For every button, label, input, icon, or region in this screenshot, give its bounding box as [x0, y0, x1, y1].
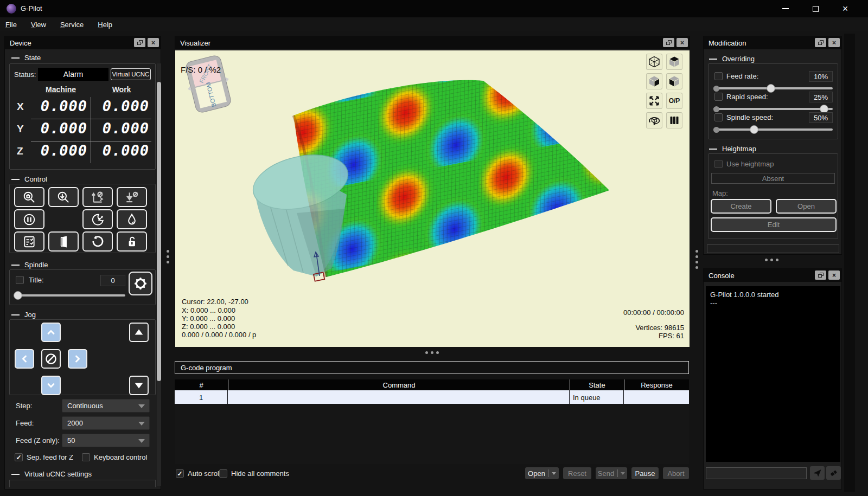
spindle-value[interactable]: 0	[100, 275, 125, 286]
abort-button[interactable]: Abort	[663, 467, 689, 479]
send-button[interactable]: Send	[596, 467, 627, 479]
close-button[interactable]: ×	[833, 2, 857, 16]
autoscroll-checkbox[interactable]: ✓	[176, 469, 184, 478]
minimize-button[interactable]	[774, 2, 797, 16]
spindle-title-checkbox[interactable]	[16, 276, 24, 284]
spindle-gear-button[interactable]	[129, 272, 152, 295]
float-button[interactable]	[815, 270, 826, 280]
device-scrollbar-thumb[interactable]	[157, 82, 161, 381]
menu-service[interactable]: Service	[60, 21, 84, 29]
home-search-button[interactable]	[14, 187, 44, 207]
left-view-button[interactable]	[666, 73, 682, 89]
rotate-view-button[interactable]	[646, 112, 662, 128]
pause-button-device[interactable]	[14, 209, 44, 229]
unlock-button[interactable]	[117, 231, 147, 252]
heightmap-edit-button[interactable]: Edit	[711, 217, 837, 232]
jog-right-button[interactable]	[68, 349, 87, 369]
slider-handle[interactable]	[767, 84, 775, 93]
wireframe-view-button[interactable]	[646, 54, 662, 70]
col-command[interactable]: Command	[228, 379, 570, 390]
console-input[interactable]	[706, 467, 807, 479]
menu-help[interactable]: Help	[98, 21, 112, 29]
spindle-section-header[interactable]: Spindle	[11, 261, 48, 269]
orthographic-perspective-button[interactable]: O/P	[666, 93, 682, 109]
feedz-combobox[interactable]: 50	[62, 434, 150, 447]
check-program-button[interactable]	[14, 231, 44, 252]
jog-z-down-button[interactable]	[129, 376, 149, 395]
slider-handle[interactable]	[14, 291, 22, 300]
jog-stop-button[interactable]	[41, 349, 61, 369]
dock-close-button[interactable]: ×	[676, 38, 688, 47]
state-section-header[interactable]: State	[11, 54, 41, 62]
pause-button[interactable]: Pause	[631, 467, 659, 479]
fit-view-button[interactable]	[646, 93, 662, 109]
coolant-button[interactable]	[117, 209, 147, 229]
keyboard-control-checkbox[interactable]	[82, 453, 90, 461]
control-section-header[interactable]: Control	[11, 175, 47, 183]
float-button[interactable]	[663, 38, 674, 47]
horizontal-splitter-handle[interactable]	[425, 351, 439, 354]
top-view-button[interactable]	[666, 54, 682, 70]
chevron-down-icon[interactable]	[552, 472, 556, 475]
jog-z-up-button[interactable]	[129, 323, 149, 342]
rapid-speed-checkbox[interactable]	[714, 93, 723, 101]
spindle-speed-slider[interactable]	[713, 125, 833, 134]
sleep-button[interactable]	[82, 209, 113, 229]
spindle-speed-checkbox[interactable]	[714, 113, 723, 121]
dock-close-button[interactable]: ×	[828, 38, 840, 47]
feed-combobox[interactable]: 2000	[62, 416, 150, 430]
dock-close-button[interactable]: ×	[148, 38, 159, 47]
step-combobox[interactable]: Continuous	[62, 399, 150, 413]
door-button[interactable]	[48, 231, 79, 252]
jog-left-button[interactable]	[15, 349, 34, 369]
jog-up-button[interactable]	[41, 323, 61, 342]
dock-close-button[interactable]: ×	[828, 270, 840, 280]
menu-file[interactable]: File	[5, 21, 17, 29]
chevron-down-icon[interactable]	[621, 472, 625, 475]
sep-feed-checkbox[interactable]: ✓	[15, 453, 23, 461]
feed-rate-checkbox[interactable]	[714, 72, 723, 80]
vertical-splitter-handle[interactable]	[167, 250, 169, 263]
reset-button-device[interactable]	[82, 231, 113, 252]
heightmap-section-header[interactable]: Heightmap	[709, 145, 756, 153]
hide-comments-checkbox[interactable]	[219, 469, 227, 478]
col-num[interactable]: #	[175, 379, 228, 390]
console-send-button[interactable]	[810, 466, 825, 480]
spindle-slider[interactable]	[14, 291, 125, 300]
window-title: G-Pilot	[21, 4, 42, 12]
reset-button[interactable]: Reset	[563, 467, 591, 479]
console-log[interactable]: G-Pilot 1.0.0.0 started ---	[706, 286, 840, 462]
use-heightmap-checkbox[interactable]	[714, 160, 723, 168]
slider-handle[interactable]	[750, 125, 758, 134]
float-button[interactable]	[134, 38, 145, 47]
machine-column-header[interactable]: Machine	[31, 85, 91, 94]
right-splitter-handle[interactable]	[765, 259, 778, 261]
gcode-table-row[interactable]: 1 In queue	[175, 390, 689, 404]
float-button[interactable]	[815, 38, 826, 47]
menu-view[interactable]: View	[31, 21, 46, 29]
jog-section-header[interactable]: Jog	[11, 311, 36, 319]
maximize-button[interactable]	[803, 2, 827, 16]
heightmap-3d-scene[interactable]	[175, 50, 690, 347]
open-button[interactable]: Open	[525, 467, 559, 479]
overriding-section-header[interactable]: Overriding	[709, 55, 755, 63]
gcode-table-empty-area[interactable]	[175, 404, 689, 464]
heightmap-create-button[interactable]: Create	[711, 199, 771, 214]
heightmap-open-button[interactable]: Open	[776, 199, 837, 214]
expand-arrows-icon	[648, 94, 661, 107]
zero-z-button[interactable]	[117, 187, 147, 207]
orientation-cube[interactable]: FRONT BOTTOM	[178, 51, 238, 117]
work-column-header[interactable]: Work	[92, 85, 151, 94]
col-state[interactable]: State	[570, 379, 624, 390]
vucnc-section-header[interactable]: Virtual uCNC settings	[11, 470, 92, 478]
jog-down-button[interactable]	[41, 376, 61, 395]
probe-search-button[interactable]	[48, 187, 79, 207]
zero-xy-button[interactable]	[82, 187, 113, 207]
columns-view-button[interactable]	[666, 112, 682, 128]
right-view-button[interactable]	[646, 73, 662, 89]
col-response[interactable]: Response	[624, 379, 689, 390]
device-select-button[interactable]: Virtual UCNC	[111, 68, 151, 80]
vertical-splitter-handle-right[interactable]	[695, 250, 698, 269]
viewport[interactable]: FRONT BOTTOM F/S: 0 / %2 O/P	[175, 50, 690, 347]
console-clear-button[interactable]	[826, 466, 841, 480]
